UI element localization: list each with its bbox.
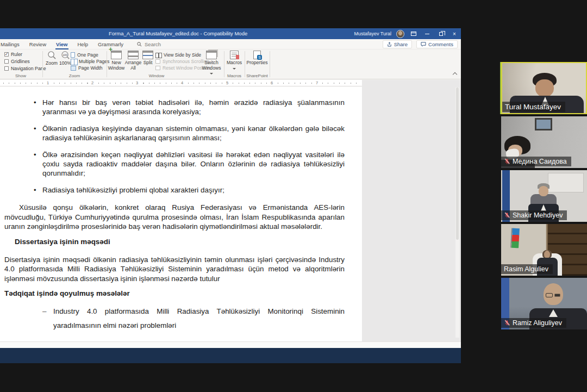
participant-name: Rasim Alguliev [504,265,548,273]
video-tile-ramiz-aliguliyev[interactable]: Ramiz Aliguliyev [501,278,587,329]
participant-name-label: Rasim Alguliev [501,264,553,274]
ruler-checkbox-row[interactable]: ✓ Ruler [4,52,22,57]
gridlines-checkbox[interactable] [4,59,9,64]
horizontal-ruler[interactable]: 1 2 3 4 5 6 7 [0,80,461,86]
window-group-label: Window [140,73,173,78]
participant-name: Медина Саидова [513,158,567,165]
new-window-label: New Window [108,60,125,71]
show-group-label: Show [0,73,41,78]
one-page-icon [71,52,75,58]
scrollbar-thumb[interactable] [456,88,459,240]
view-side-by-side-button[interactable]: View Side by Side [155,52,201,58]
ruler-number: 2 [90,80,95,86]
tab-mailings[interactable]: Mailings [0,39,24,49]
participant-name-label: Медина Саидова [501,157,571,166]
synchronous-scrolling-icon [155,59,160,64]
close-button[interactable]: × [450,28,459,39]
ribbon-display-options-button[interactable] [409,28,418,39]
ribbon-tab-row: Mailings Review View Help Grammarly Sear… [0,39,461,49]
horizontal-scrollbar[interactable] [0,341,461,348]
bullet-item: Radiasiya təhlükəsizliyi problemi qlobal… [42,185,345,195]
minimize-button[interactable] [423,28,432,39]
ruler-number: 5 [225,80,229,86]
view-side-by-side-icon [155,53,161,57]
task-item: Industry 4.0 platformasıda Milli Radiasi… [4,304,345,333]
zoom-100-label: 100% [59,61,71,66]
video-tile-tural-mustafayev[interactable]: Tural Mustafayev [501,62,587,114]
chevron-down-icon [233,68,236,70]
tab-view[interactable]: View [51,39,72,49]
ruler-checkbox[interactable]: ✓ [4,52,9,57]
sharepoint-group-label: SharePoint [246,73,268,78]
video-tile-medina-saidova[interactable]: Медина Саидова [501,116,587,168]
title-bar-controls: Mustafayev Tural × [354,28,459,39]
search-box[interactable]: Search [137,41,161,47]
minimize-icon [425,34,429,34]
tab-review[interactable]: Review [24,39,51,49]
document-title: Forma_A_Tural Mustafayev_edited.doc - Co… [109,30,247,36]
status-bar [0,348,461,363]
navigation-pane-label: Navigation Pane [11,66,46,71]
split-button[interactable]: Split [141,51,154,66]
one-page-button[interactable]: One Page [71,52,98,58]
bullet-item: Ölkə ərazisindən keçən nəqliyyat dəhlizl… [42,150,345,178]
ribbon-display-options-icon [411,32,416,36]
comments-button[interactable]: Comments [416,40,458,48]
participant-name-label: Ramiz Aliguliyev [501,318,566,328]
split-label: Split [143,60,153,66]
participant-name: Shakir Mehdiyev [513,211,563,219]
gridlines-checkbox-row[interactable]: Gridlines [4,59,30,64]
participant-name-label: Shakir Mehdiyev [501,210,567,220]
multiple-pages-button[interactable]: Multiple Pages [71,59,109,64]
word-window: Forma_A_Tural Mustafayev_edited.doc - Co… [0,28,461,363]
search-placeholder: Search [145,41,161,47]
page-width-button[interactable]: Page Width [71,65,102,71]
account-name[interactable]: Mustafayev Tural [354,31,391,36]
switch-windows-label: Switch Windows [201,60,222,71]
restore-button[interactable] [436,28,445,39]
collapse-ribbon-icon[interactable] [453,72,457,77]
search-icon [137,42,142,47]
ribbon: ✓ Ruler Gridlines Navigation Pane Show [0,49,461,79]
navigation-pane-checkbox-row[interactable]: Navigation Pane [4,66,46,71]
switch-windows-icon [206,51,217,59]
new-window-button[interactable]: New Window [108,51,125,71]
zoom-100-icon: 100 [61,51,70,60]
goal-paragraph: Disertasiya işinin məqsədi ölkənin radia… [4,255,345,283]
video-tile-shakir-mehdiyev[interactable]: Shakir Mehdiyev [501,170,587,222]
comments-label: Comments [428,41,453,47]
ribbon-group-sharepoint: Properties SharePoint [246,49,268,79]
meeting-screen: Forma_A_Tural Mustafayev_edited.doc - Co… [0,0,587,392]
video-tile-rasim-alguliev[interactable]: Rasim Alguliev [501,224,587,276]
multiple-pages-icon [71,59,77,64]
tab-help[interactable]: Help [73,39,93,49]
ribbon-group-show: ✓ Ruler Gridlines Navigation Pane Show [0,49,41,79]
zoom-button[interactable]: Zoom [45,51,59,66]
zoom-100-button[interactable]: 100 100% [59,51,72,66]
share-label: Share [394,41,408,47]
navigation-pane-checkbox[interactable] [4,66,9,71]
bullet-item: Hər hansı bir baş verən təbiət hadisələr… [42,98,345,117]
vertical-scrollbar[interactable] [455,88,459,338]
goal-heading: Dissertasiya işinin məqsədi [15,237,345,246]
arrange-all-button[interactable]: Arrange All [125,51,141,71]
picture-frame [535,118,552,130]
participant-name-label: Tural Mustafayev [502,102,565,112]
azerbaijan-flag [511,228,520,248]
ruler-number: 6 [270,80,274,86]
person-silhouette [535,79,554,97]
person-silhouette [539,186,548,196]
share-button[interactable]: Share [383,40,412,48]
ruler-track: 1 2 3 4 5 6 7 [0,80,362,86]
properties-button[interactable]: Properties [247,51,267,66]
document-page[interactable]: Hər hansı bir baş verən təbiət hadisələr… [0,86,362,341]
macros-button[interactable]: Macros [226,51,242,70]
glasses [546,293,553,297]
ruler-label: Ruler [11,52,22,57]
participant-name: Ramiz Aliguliyev [513,319,562,327]
document-content: Hər hansı bir baş verən təbiət hadisələr… [4,98,345,333]
switch-windows-button[interactable]: Switch Windows [201,51,222,74]
account-avatar[interactable] [396,30,404,38]
zoom-group-label: Zoom [43,73,105,78]
document-actions: Share Comments [383,40,458,48]
